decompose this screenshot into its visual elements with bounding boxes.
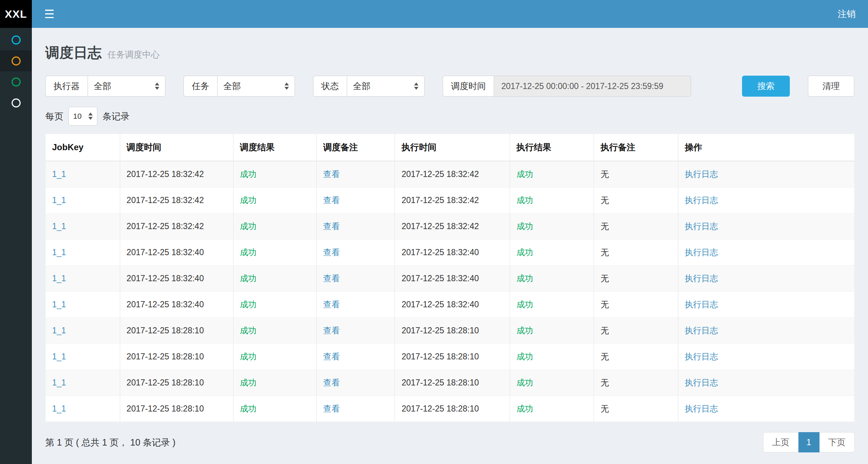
job-filter-label: 任务 [184, 76, 217, 97]
trigger-msg-link[interactable]: 查看 [323, 248, 340, 257]
handle-result: 成功 [517, 195, 533, 205]
job-filter-value: 全部 [223, 80, 241, 92]
log-table-body: 1_12017-12-25 18:32:42成功查看2017-12-25 18:… [46, 161, 855, 422]
handle-result: 成功 [517, 378, 533, 387]
circle-outline-icon [12, 35, 21, 45]
page-size-row: 每页 10 条记录 [45, 107, 855, 126]
table-row: 1_12017-12-25 18:32:40成功查看2017-12-25 18:… [46, 292, 855, 318]
jobkey-link[interactable]: 1_1 [52, 378, 66, 387]
trigger-result: 成功 [240, 300, 257, 309]
status-filter-value: 全部 [353, 80, 370, 92]
handle-result: 成功 [517, 222, 533, 231]
jobkey-link[interactable]: 1_1 [52, 248, 66, 257]
clear-button[interactable]: 清理 [808, 76, 854, 97]
exec-log-link[interactable]: 执行日志 [685, 352, 718, 361]
exec-log-link[interactable]: 执行日志 [685, 222, 718, 231]
handle-result: 成功 [517, 248, 533, 257]
trigger-result: 成功 [240, 404, 257, 413]
job-filter-group: 任务 全部 [184, 76, 295, 97]
table-row: 1_12017-12-25 18:28:10成功查看2017-12-25 18:… [46, 370, 855, 396]
handle-msg: 无 [601, 352, 609, 361]
trigger-msg-link[interactable]: 查看 [323, 274, 340, 283]
trigger-msg-link[interactable]: 查看 [323, 169, 340, 179]
exec-log-link[interactable]: 执行日志 [685, 169, 718, 179]
handle-msg: 无 [601, 404, 609, 413]
sidebar-item-1[interactable] [0, 29, 32, 50]
trigger-msg-link[interactable]: 查看 [323, 352, 340, 361]
status-filter-select[interactable]: 全部 [347, 76, 425, 97]
navbar-bar: ☰ 注销 [32, 0, 868, 28]
sidebar-item-3[interactable] [0, 71, 32, 92]
handle-result: 成功 [517, 274, 533, 283]
trigger-time: 2017-12-25 18:32:42 [127, 195, 204, 205]
exec-log-link[interactable]: 执行日志 [685, 378, 718, 387]
sidebar-toggle-icon[interactable]: ☰ [44, 8, 55, 20]
trigger-time: 2017-12-25 18:32:42 [127, 222, 204, 231]
top-navbar: XXL ☰ 注销 [0, 0, 868, 28]
exec-log-link[interactable]: 执行日志 [685, 248, 718, 257]
trigger-result: 成功 [240, 222, 257, 231]
table-row: 1_12017-12-25 18:28:10成功查看2017-12-25 18:… [46, 344, 855, 370]
trigger-result: 成功 [240, 248, 257, 257]
handle-time: 2017-12-25 18:28:10 [401, 378, 479, 387]
trigger-msg-link[interactable]: 查看 [323, 326, 340, 335]
trigger-time: 2017-12-25 18:28:10 [127, 404, 204, 413]
trigger-time: 2017-12-25 18:32:42 [127, 169, 204, 179]
trigger-msg-link[interactable]: 查看 [323, 404, 340, 413]
jobkey-link[interactable]: 1_1 [52, 222, 66, 231]
pagination: 上页 1 下页 [763, 432, 855, 452]
status-filter-group: 状态 全部 [313, 76, 425, 97]
exec-log-link[interactable]: 执行日志 [685, 326, 718, 335]
next-page-button[interactable]: 下页 [819, 432, 855, 452]
jobkey-link[interactable]: 1_1 [52, 352, 66, 361]
select-stepper-icon [285, 83, 289, 90]
table-row: 1_12017-12-25 18:32:42成功查看2017-12-25 18:… [46, 187, 855, 214]
trigger-time: 2017-12-25 18:28:10 [127, 326, 204, 335]
trigger-msg-link[interactable]: 查看 [323, 300, 340, 309]
column-header: 执行结果 [510, 134, 594, 161]
current-page-button[interactable]: 1 [799, 432, 819, 452]
exec-log-link[interactable]: 执行日志 [685, 195, 718, 205]
jobkey-link[interactable]: 1_1 [52, 169, 66, 179]
executor-filter-value: 全部 [94, 80, 111, 92]
trigger-msg-link[interactable]: 查看 [323, 222, 340, 231]
trigger-result: 成功 [240, 378, 257, 387]
page-size-value: 10 [73, 112, 81, 121]
jobkey-link[interactable]: 1_1 [52, 300, 66, 309]
prev-page-button[interactable]: 上页 [763, 432, 799, 452]
select-stepper-icon [155, 83, 159, 90]
trigger-msg-link[interactable]: 查看 [323, 195, 340, 205]
executor-filter-select[interactable]: 全部 [88, 76, 165, 97]
search-button[interactable]: 搜索 [742, 76, 790, 97]
handle-msg: 无 [601, 326, 609, 335]
executor-filter-label: 执行器 [45, 76, 88, 97]
exec-log-link[interactable]: 执行日志 [685, 300, 718, 309]
exec-log-link[interactable]: 执行日志 [685, 274, 718, 283]
column-header: 操作 [678, 134, 854, 161]
handle-time: 2017-12-25 18:28:10 [401, 404, 479, 413]
app-window: XXL ☰ 注销 调度日志 任务调度中心 执行器 全部 [0, 0, 868, 464]
jobkey-link[interactable]: 1_1 [52, 274, 66, 283]
handle-msg: 无 [601, 222, 609, 231]
content-area: 调度日志 任务调度中心 执行器 全部 任务 全部 [32, 28, 868, 464]
executor-filter-group: 执行器 全部 [45, 76, 165, 97]
logout-link[interactable]: 注销 [838, 8, 856, 20]
select-stepper-icon [414, 83, 418, 90]
exec-log-link[interactable]: 执行日志 [685, 404, 718, 413]
sidebar-item-4[interactable] [0, 92, 32, 113]
page-size-select[interactable]: 10 [68, 107, 97, 126]
handle-time: 2017-12-25 18:32:40 [401, 300, 479, 309]
handle-msg: 无 [601, 378, 609, 387]
handle-msg: 无 [601, 248, 609, 257]
job-filter-select[interactable]: 全部 [217, 76, 295, 97]
jobkey-link[interactable]: 1_1 [52, 326, 66, 335]
trigger-time-range-input[interactable] [494, 76, 691, 97]
handle-msg: 无 [601, 274, 609, 283]
handle-result: 成功 [517, 352, 533, 361]
sidebar-item-2[interactable] [0, 50, 32, 71]
jobkey-link[interactable]: 1_1 [52, 404, 66, 413]
trigger-msg-link[interactable]: 查看 [323, 378, 340, 387]
jobkey-link[interactable]: 1_1 [52, 195, 66, 205]
table-row: 1_12017-12-25 18:32:40成功查看2017-12-25 18:… [46, 266, 855, 292]
handle-time: 2017-12-25 18:32:42 [401, 169, 479, 179]
